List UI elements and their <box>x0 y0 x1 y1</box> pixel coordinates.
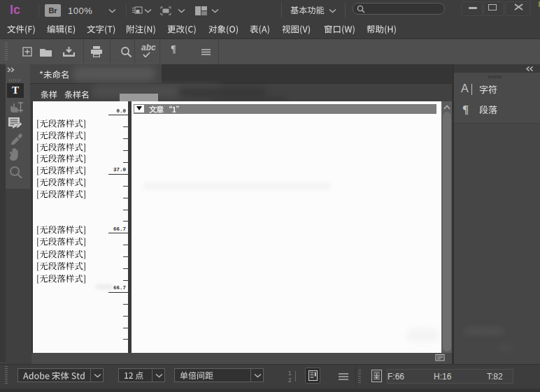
svg-text:2: 2 <box>288 377 292 383</box>
svg-text:1: 1 <box>288 370 292 377</box>
